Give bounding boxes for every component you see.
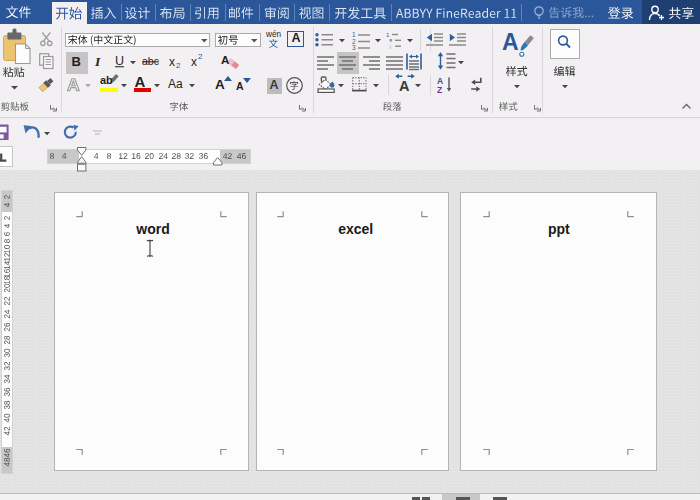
svg-text:3: 3 (352, 44, 356, 51)
svg-text:1: 1 (386, 32, 390, 38)
svg-text:Z: Z (437, 85, 442, 95)
svg-text:i: i (390, 44, 391, 50)
svg-text:A: A (399, 78, 410, 94)
